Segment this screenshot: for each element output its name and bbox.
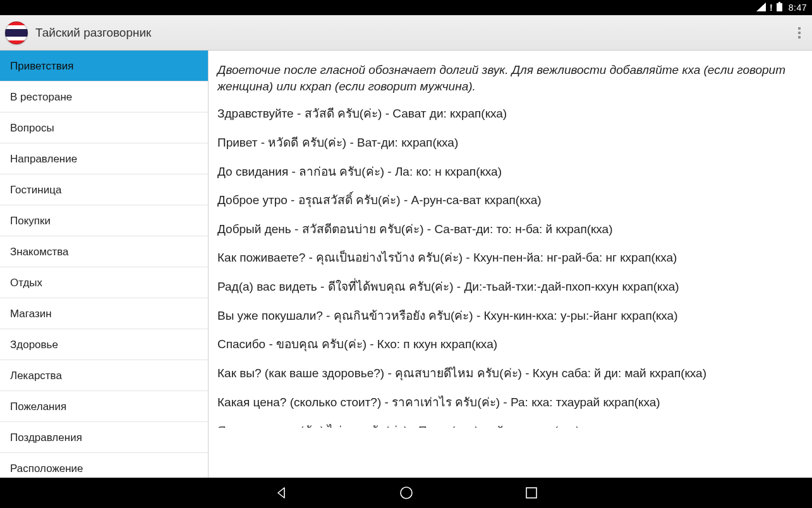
sidebar-item[interactable]: Вопросы [0,112,208,143]
sidebar-item[interactable]: Магазин [0,298,208,329]
phrase-line: Рад(а) вас видеть - ดีใจที่ได้พบคุณ ครับ… [217,279,799,295]
thailand-flag-icon [5,21,28,44]
svg-point-2 [401,487,412,499]
content-pane[interactable]: Двоеточие после гласной обозначает долги… [209,51,812,478]
clock-text: 8:47 [789,3,807,13]
phrase-line: Добрый день - สวัสดีตอนบ่าย ครับ(ค่ะ) - … [217,221,799,238]
phrase-line: Вы уже покушали? - คุณกินข้าวหรือยัง ครั… [217,308,799,324]
signal-icon [756,3,766,13]
back-button[interactable] [272,484,290,502]
sidebar-item[interactable]: Покупки [0,205,208,236]
phrase-line: Какая цена? (сколько стоит?) - ราคาเท่าไ… [217,394,799,411]
action-bar: Тайский разговорник [0,15,812,51]
intro-text: Двоеточие после гласной обозначает долги… [217,62,799,94]
phrase-line: До свидания - ลาก่อน ครับ(ค่ะ) - Ла: ко:… [217,164,799,180]
sidebar-item[interactable]: Пожелания [0,391,208,422]
phrase-line: Спасибо - ขอบคุณ ครับ(ค่ะ) - Кхо: п кхун… [217,336,799,353]
sidebar-item[interactable]: Здоровье [0,329,208,360]
sidebar-item[interactable]: Направление [0,143,208,174]
phrase-line: Привет - หวัดดี ครับ(ค่ะ) - Ват-ди: кхра… [217,135,799,151]
sidebar-item[interactable]: Расположение [0,453,208,478]
home-button[interactable] [397,484,415,502]
status-bar: ! 8:47 [0,0,812,15]
svg-rect-3 [526,488,536,498]
sidebar-item[interactable]: Поздравления [0,422,208,453]
recents-button[interactable] [523,484,540,502]
sidebar-item[interactable]: В ресторане [0,82,208,112]
sidebar-item[interactable]: Отдых [0,267,208,298]
app-title: Тайский разговорник [35,26,792,40]
svg-rect-0 [777,3,782,11]
phrase-line: Я не хочу - ผม (ฉัน) ไม่เอา ครับ(ค่ะ) - … [217,423,799,428]
category-sidebar[interactable]: ПриветствияВ ресторанеВопросыНаправление… [0,51,209,478]
phrase-line: Доброе утро - อรุณสวัสดิ์ ครับ(ค่ะ) - А-… [217,192,799,209]
sidebar-item[interactable]: Гостиница [0,174,208,205]
sidebar-item[interactable]: Лекарства [0,360,208,391]
phrase-line: Как поживаете? - คุณเป็นอย่างไรบ้าง ครับ… [217,250,799,266]
bang-icon: ! [770,3,773,13]
phrase-line: Здравствуйте - สวัสดี ครับ(ค่ะ) - Сават … [217,106,799,122]
svg-rect-1 [779,2,780,3]
overflow-menu-icon[interactable] [792,21,807,44]
sidebar-item[interactable]: Приветствия [0,51,208,82]
phrase-line: Как вы? (как ваше здоровье?) - คุณสบายดี… [217,365,799,382]
sidebar-item[interactable]: Знакомства [0,236,208,267]
system-nav-bar [0,478,812,508]
battery-icon [777,2,782,13]
